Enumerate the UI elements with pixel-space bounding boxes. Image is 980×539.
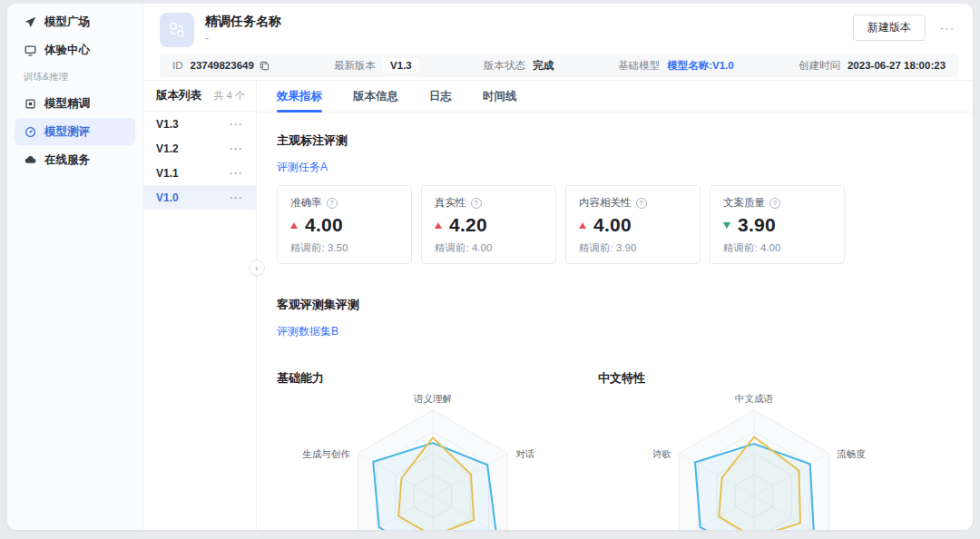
- svg-text:生成与创作: 生成与创作: [302, 448, 350, 459]
- app-window: 模型广场 体验中心 训练&推理 模型精调 模型测评 在线服务: [7, 4, 973, 530]
- metric-cards: 准确率? 4.00 精调前: 3.50 真实性? 4.20 精调前: 4.00 …: [277, 185, 958, 264]
- sidebar-item-online-service[interactable]: 在线服务: [15, 146, 135, 173]
- task-avatar-icon: [160, 13, 194, 47]
- gauge-icon: [24, 125, 36, 138]
- sidebar-item-experience-center[interactable]: 体验中心: [15, 36, 135, 64]
- help-icon[interactable]: ?: [327, 198, 338, 209]
- cloud-icon: [24, 153, 36, 166]
- tab-metrics[interactable]: 效果指标: [277, 81, 322, 112]
- sidebar-item-label: 在线服务: [44, 152, 90, 168]
- info-field-base-model: 基础模型 模型名称:V1.0: [618, 59, 734, 73]
- svg-text:对话: 对话: [515, 448, 534, 459]
- trend-up-icon: [435, 222, 442, 229]
- new-version-button[interactable]: 新建版本: [853, 15, 926, 41]
- eval-dataset-link[interactable]: 评测数据集B: [277, 324, 338, 339]
- tab-bar: 效果指标 版本信息 日志 时间线: [257, 81, 973, 113]
- sidebar-item-label: 模型广场: [44, 15, 90, 30]
- metric-card-copy-quality: 文案质量? 3.90 精调前: 4.00: [710, 185, 845, 264]
- chart-title: 基础能力: [277, 370, 598, 387]
- base-model-link[interactable]: 模型名称:V1.0: [667, 59, 734, 73]
- main-panel: 效果指标 版本信息 日志 时间线 主观标注评测 评测任务A 准确率? 4.00 …: [257, 80, 973, 530]
- objective-section-title: 客观评测集评测: [277, 297, 958, 313]
- sidebar-item-model-square[interactable]: 模型广场: [15, 8, 135, 35]
- radar-charts: 基础能力 语义理解对话逻辑推理代码生成与创作 中文特性 中文成语流畅度语法文学诗…: [277, 370, 958, 530]
- svg-text:中文成语: 中文成语: [735, 393, 774, 404]
- version-item-v1-2[interactable]: V1.2 ···: [143, 136, 256, 161]
- status-badge: 完成: [533, 59, 554, 73]
- metric-card-relevance: 内容相关性? 4.00 精调前: 3.90: [565, 185, 701, 264]
- version-item-v1-3[interactable]: V1.3 ···: [143, 112, 256, 136]
- copy-icon[interactable]: [260, 61, 270, 71]
- tab-version-info[interactable]: 版本信息: [353, 81, 398, 112]
- sidebar-section-train-infer: 训练&推理: [15, 65, 135, 89]
- chip-icon: [24, 97, 36, 110]
- panel-collapse-icon[interactable]: ‹: [249, 260, 265, 276]
- page-title: 精调任务名称: [205, 13, 853, 29]
- eval-task-link[interactable]: 评测任务A: [277, 160, 328, 175]
- version-count: 共 4 个: [214, 89, 245, 103]
- radar-plot: 语义理解对话逻辑推理代码生成与创作: [277, 388, 598, 530]
- version-more-icon[interactable]: ···: [230, 167, 243, 180]
- info-field-created-time: 创建时间 2023-06-27 18:00:23: [799, 59, 946, 73]
- paper-plane-icon: [24, 15, 36, 28]
- more-menu-icon[interactable]: ···: [938, 18, 956, 37]
- version-more-icon[interactable]: ···: [230, 142, 243, 155]
- sidebar-item-label: 模型精调: [44, 96, 90, 112]
- version-item-v1-1[interactable]: V1.1 ···: [143, 161, 256, 185]
- info-field-id: ID 23749823649: [172, 60, 270, 71]
- radar-chart-basic-ability: 基础能力 语义理解对话逻辑推理代码生成与创作: [277, 370, 598, 530]
- sidebar-item-model-eval[interactable]: 模型测评: [15, 118, 135, 145]
- help-icon[interactable]: ?: [471, 198, 482, 209]
- sidebar-item-label: 模型测评: [44, 124, 90, 140]
- svg-text:流畅度: 流畅度: [837, 448, 866, 459]
- help-icon[interactable]: ?: [769, 198, 780, 209]
- header: 精调任务名称 - 新建版本 ··· ID 23749823649 最新版本 V1…: [143, 4, 973, 80]
- metric-card-accuracy: 准确率? 4.00 精调前: 3.50: [277, 185, 412, 264]
- radar-plot: 中文成语流畅度语法文学诗歌: [598, 388, 919, 530]
- trend-up-icon: [290, 222, 298, 229]
- version-more-icon[interactable]: ···: [230, 118, 243, 131]
- version-list-panel: 版本列表 共 4 个 V1.3 ··· V1.2 ··· V1.1 ··· V1…: [143, 80, 257, 530]
- sidebar-item-label: 体验中心: [44, 43, 90, 58]
- metric-card-truthfulness: 真实性? 4.20 精调前: 4.00: [421, 185, 556, 264]
- sidebar: 模型广场 体验中心 训练&推理 模型精调 模型测评 在线服务: [7, 4, 143, 530]
- version-more-icon[interactable]: ···: [230, 191, 243, 204]
- help-icon[interactable]: ?: [636, 198, 647, 209]
- sidebar-item-model-finetune[interactable]: 模型精调: [15, 90, 135, 117]
- info-field-latest-version: 最新版本 V1.3: [334, 58, 419, 73]
- tab-timeline[interactable]: 时间线: [483, 81, 517, 112]
- svg-text:语义理解: 语义理解: [413, 393, 452, 404]
- trend-down-icon: [723, 222, 730, 229]
- trend-up-icon: [579, 222, 586, 229]
- info-field-version-status: 版本状态 完成: [484, 59, 554, 73]
- svg-text:诗歌: 诗歌: [652, 448, 672, 459]
- task-info-bar: ID 23749823649 最新版本 V1.3 版本状态 完成 基础模型 模型…: [160, 54, 958, 77]
- tab-logs[interactable]: 日志: [429, 81, 452, 112]
- version-list-title: 版本列表: [156, 88, 201, 103]
- monitor-icon: [24, 44, 36, 56]
- chart-title: 中文特性: [598, 370, 919, 387]
- radar-chart-chinese-traits: 中文特性 中文成语流畅度语法文学诗歌: [598, 370, 919, 530]
- task-subtitle: -: [205, 31, 853, 45]
- version-item-v1-0[interactable]: V1.0 ···: [143, 185, 256, 210]
- subjective-section-title: 主观标注评测: [277, 132, 958, 149]
